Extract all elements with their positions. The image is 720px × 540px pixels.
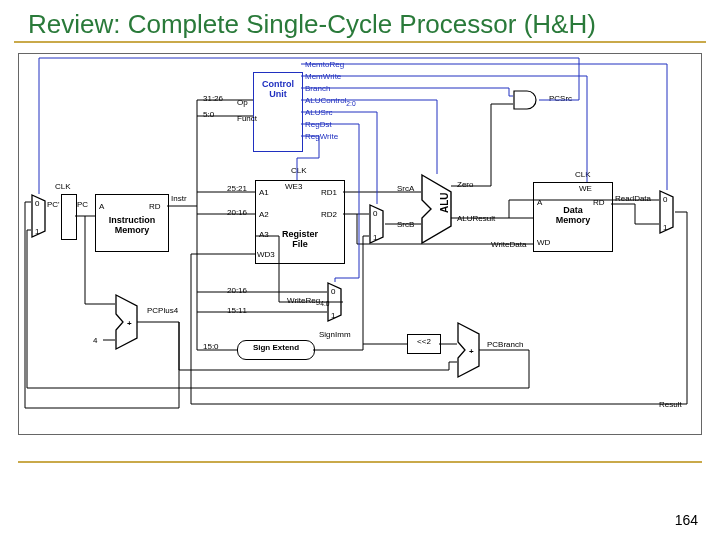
page-number: 164 <box>675 512 698 528</box>
diagram-canvas: ControlUnit Op Funct 31:26 5:0 MemtoReg … <box>18 53 702 435</box>
slide-title: Review: Complete Single-Cycle Processor … <box>14 0 706 43</box>
wires <box>19 54 703 434</box>
footer-rule <box>18 461 702 463</box>
